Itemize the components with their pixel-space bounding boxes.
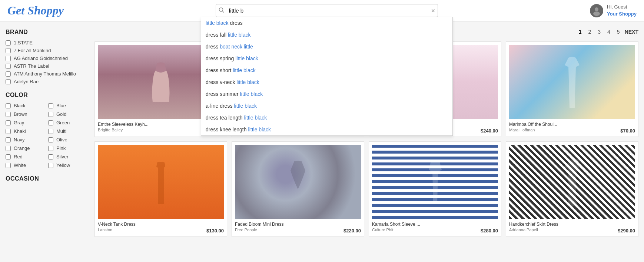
color-silver[interactable]: Silver [48, 154, 83, 159]
product-name-1: Emthe Sleeveless Keyh... [98, 122, 149, 127]
product-image-4 [509, 45, 635, 119]
brand-item-astr[interactable]: ASTR The Label [6, 63, 83, 69]
product-price-3: $240.00 [481, 128, 498, 134]
color-black[interactable]: Black [6, 103, 41, 108]
color-checkbox-brown[interactable] [6, 112, 11, 117]
product-card-5[interactable]: V-Neck Tank Dress Lanston $130.00 [94, 141, 227, 237]
autocomplete-item[interactable]: dress fall little black [201, 29, 452, 41]
autocomplete-item[interactable]: dress v-neck little black [201, 76, 452, 88]
product-card-4[interactable]: Marimba Off the Shoul... Mara Hoffman $7… [506, 41, 638, 137]
brand-checkbox-ag[interactable] [6, 56, 11, 61]
brand-checkbox-adelyn[interactable] [6, 79, 11, 84]
color-checkbox-olive[interactable] [48, 137, 53, 142]
color-checkbox-orange[interactable] [6, 146, 11, 151]
page-1[interactable]: 1 [577, 28, 584, 36]
color-checkbox-navy[interactable] [6, 137, 11, 142]
color-label-yellow: Yellow [56, 162, 70, 168]
color-red[interactable]: Red [6, 154, 41, 159]
color-green[interactable]: Green [48, 120, 83, 125]
product-brand-5: Lanston [98, 228, 136, 232]
color-checkbox-multi[interactable] [48, 129, 53, 134]
autocomplete-item[interactable]: dress boat neck little [201, 41, 452, 53]
brand-item-7formankind[interactable]: 7 For All Mankind [6, 48, 83, 53]
autocomplete-highlight: little black [235, 56, 258, 61]
brand-label-adelyn: Adelyn Rae [14, 79, 39, 84]
product-card-6[interactable]: Faded Bloom Mini Dress Free People $220.… [232, 141, 364, 237]
search-container: × [216, 4, 438, 17]
product-card-8[interactable]: Handkerchief Skirt Dress Adrianna Papell… [506, 141, 638, 237]
product-info-6: Faded Bloom Mini Dress Free People $220.… [235, 222, 361, 234]
product-info-8: Handkerchief Skirt Dress Adrianna Papell… [509, 222, 635, 234]
color-gray[interactable]: Gray [6, 120, 41, 125]
brand-item-1state[interactable]: 1.STATE [6, 40, 83, 46]
color-checkbox-black[interactable] [6, 103, 11, 108]
search-wrapper: × little black dress dress fall little b… [201, 4, 453, 17]
color-checkbox-silver[interactable] [48, 154, 53, 159]
color-checkbox-gray[interactable] [6, 120, 11, 125]
page-3[interactable]: 3 [596, 28, 602, 36]
color-checkbox-yellow[interactable] [48, 163, 53, 168]
color-label-orange: Orange [14, 145, 30, 151]
brand-item-ag[interactable]: AG Adriano Goldschmied [6, 56, 83, 61]
color-khaki[interactable]: Khaki [6, 128, 41, 134]
color-checkbox-khaki[interactable] [6, 129, 11, 134]
page-2[interactable]: 2 [586, 28, 593, 36]
color-multi[interactable]: Multi [48, 128, 83, 134]
search-input[interactable] [216, 4, 438, 17]
color-checkbox-pink[interactable] [48, 146, 53, 151]
color-gold[interactable]: Gold [48, 111, 83, 117]
autocomplete-item[interactable]: dress short little black [201, 64, 452, 76]
autocomplete-prefix: dress short [206, 67, 231, 73]
page-5[interactable]: 5 [615, 28, 622, 36]
svg-line-1 [223, 11, 224, 13]
color-pink[interactable]: Pink [48, 145, 83, 151]
color-label-gold: Gold [56, 111, 66, 117]
autocomplete-prefix: a-line dress [206, 103, 232, 109]
autocomplete-dropdown: little black dress dress fall little bla… [201, 17, 453, 136]
autocomplete-item[interactable]: dress summer little black [201, 88, 452, 100]
product-price-5: $130.00 [206, 228, 224, 234]
color-brown[interactable]: Brown [6, 111, 41, 117]
brand-checkbox-astr[interactable] [6, 64, 11, 69]
product-card-7[interactable]: Kamaria Short Sleeve ... Culture Phit $2… [369, 141, 501, 237]
color-checkbox-gold[interactable] [48, 112, 53, 117]
brand-item-atm[interactable]: ATM Anthony Thomas Melillo [6, 71, 83, 77]
user-text: Hi, Guest Your Shoppy [607, 4, 637, 17]
page-4[interactable]: 4 [605, 28, 612, 36]
color-navy[interactable]: Navy [6, 137, 41, 142]
color-label-brown: Brown [14, 111, 27, 117]
brand-item-adelyn[interactable]: Adelyn Rae [6, 79, 83, 84]
color-checkbox-white[interactable] [6, 163, 11, 168]
autocomplete-item[interactable]: little black dress [201, 17, 452, 29]
autocomplete-prefix: dress v-neck [206, 79, 235, 85]
product-image-5 [98, 145, 224, 219]
brand-checkbox-1state[interactable] [6, 40, 11, 46]
autocomplete-item[interactable]: a-line dress little black [201, 100, 452, 112]
color-orange[interactable]: Orange [6, 145, 41, 151]
color-label-silver: Silver [56, 154, 69, 159]
product-image-6 [235, 145, 361, 219]
color-checkbox-green[interactable] [48, 120, 53, 125]
product-brand-7: Culture Phit [372, 228, 420, 232]
color-checkbox-red[interactable] [6, 154, 11, 159]
color-white[interactable]: White [6, 162, 41, 168]
color-olive[interactable]: Olive [48, 137, 83, 142]
color-blue[interactable]: Blue [48, 103, 83, 108]
user-area: Hi, Guest Your Shoppy [590, 4, 637, 17]
brand-checkbox-atm[interactable] [6, 71, 11, 77]
page-next[interactable]: NEXT [625, 29, 638, 35]
autocomplete-item[interactable]: dress spring little black [201, 53, 452, 64]
color-yellow[interactable]: Yellow [48, 162, 83, 168]
product-info-4: Marimba Off the Shoul... Mara Hoffman $7… [509, 122, 635, 134]
search-clear-icon[interactable]: × [431, 7, 435, 14]
product-info-7: Kamaria Short Sleeve ... Culture Phit $2… [372, 222, 498, 234]
autocomplete-highlight: little black [228, 32, 250, 38]
color-checkbox-blue[interactable] [48, 103, 53, 108]
brand-checkbox-7formankind[interactable] [6, 48, 11, 53]
color-label-blue: Blue [56, 103, 66, 108]
color-label-multi: Multi [56, 128, 66, 134]
autocomplete-prefix: dress spring [206, 56, 234, 61]
autocomplete-item[interactable]: dress knee length little black [201, 124, 452, 135]
autocomplete-item[interactable]: dress tea length little black [201, 112, 452, 124]
autocomplete-highlight: little black [234, 103, 256, 109]
